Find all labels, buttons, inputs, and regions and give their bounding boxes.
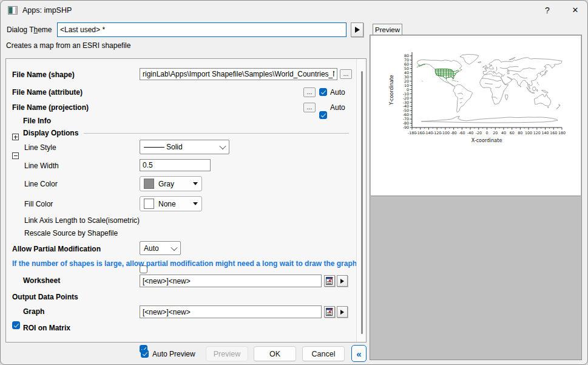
x-tick-label: 100 [525, 131, 532, 135]
graph-select-button[interactable] [324, 306, 335, 318]
line-style-value: Solid [166, 143, 183, 151]
x-tick-label: 120 [533, 131, 541, 135]
file-attribute-auto-checkbox[interactable] [319, 88, 327, 96]
color-swatch [144, 199, 154, 209]
fill-color-label: Fill Color [24, 200, 53, 208]
expand-icon[interactable] [12, 134, 19, 140]
country-outline [532, 87, 536, 91]
line-width-input[interactable] [140, 159, 211, 171]
x-tick-label: 180 [558, 131, 566, 135]
country-outline [538, 84, 539, 85]
help-button[interactable]: ? [538, 3, 557, 18]
highlighted-region-outline [417, 67, 417, 67]
y-tick-label: 50 [404, 66, 409, 70]
x-tick-label: -100 [441, 131, 450, 135]
country-outline [460, 102, 462, 103]
x-tick-label: 0 [485, 131, 488, 135]
country-outline [459, 98, 462, 98]
x-axis-title: X-coordinate [471, 138, 502, 143]
display-options-header: Display Options [23, 129, 78, 137]
country-outline [496, 67, 497, 71]
collapse-panel-button[interactable]: « [351, 345, 367, 362]
y-tick-label: 40 [404, 70, 409, 75]
ok-button[interactable]: OK [254, 346, 296, 361]
y-tick-label: -80 [403, 121, 409, 125]
partial-modification-label: Allow Partial Modification [12, 245, 101, 253]
x-tick-label: -80 [450, 131, 456, 135]
preview-panel: X-coordinate Y-coordinate 80706050403020… [370, 35, 582, 360]
rescale-label: Rescale Source by Shapefile [24, 229, 118, 237]
line-width-label: Line Width [24, 162, 59, 170]
graph-flyout-button[interactable] [337, 306, 348, 318]
line-color-label: Line Color [24, 180, 58, 188]
x-tick-label: 140 [542, 131, 549, 135]
dropdown-arrow-icon [193, 182, 198, 185]
dialog-theme-input[interactable] [57, 22, 346, 37]
country-outline [485, 65, 488, 69]
country-outline [559, 104, 560, 106]
country-outline [492, 97, 498, 99]
close-button[interactable]: ✕ [566, 3, 585, 18]
tab-preview[interactable]: Preview [373, 24, 402, 35]
file-shape-browse-button[interactable]: ... [340, 69, 352, 79]
partial-modification-hint: If the number of shapes is large, allow … [12, 259, 357, 268]
output-data-points-label: Output Data Points [12, 293, 78, 301]
country-outline [482, 78, 493, 80]
preview-page: X-coordinate Y-coordinate 80706050403020… [371, 36, 581, 196]
file-attribute-browse-button[interactable]: ... [303, 87, 316, 97]
country-outline [536, 89, 538, 91]
line-color-value: Gray [158, 180, 174, 188]
file-projection-auto-checkbox[interactable] [319, 111, 327, 119]
country-outline [541, 90, 548, 94]
worksheet-flyout-button[interactable] [337, 275, 348, 287]
graph-input[interactable] [140, 305, 322, 318]
theme-flyout-button[interactable] [351, 22, 363, 37]
chevron-down-icon [219, 143, 226, 149]
link-axis-label: Link Axis Length to Scale(isometric) [24, 216, 140, 225]
line-style-label: Line Style [24, 143, 56, 152]
x-tick-label: 160 [550, 131, 557, 135]
fill-color-dropdown[interactable]: None [140, 196, 202, 211]
line-sample-icon [144, 147, 164, 148]
country-outline [520, 86, 521, 87]
file-shape-label: File Name (shape) [12, 70, 75, 79]
cancel-button[interactable]: Cancel [302, 346, 345, 361]
country-outline [537, 82, 538, 84]
auto-preview-label: Auto Preview [152, 350, 195, 358]
x-tick-label: 40 [501, 131, 506, 135]
preview-button[interactable]: Preview [206, 346, 248, 361]
worksheet-input[interactable] [140, 275, 322, 287]
country-outline [507, 68, 535, 72]
right-arrow-icon [355, 27, 360, 33]
x-tick-label: -180 [408, 131, 416, 135]
country-outline [500, 66, 519, 68]
country-outline [556, 107, 559, 109]
country-outline [495, 86, 501, 87]
worksheet-icon [326, 308, 334, 316]
file-projection-label: File Name (projection) [12, 103, 89, 112]
country-outline [452, 80, 456, 81]
file-projection-auto-label: Auto [330, 103, 345, 112]
file-attribute-auto-label: Auto [330, 88, 345, 97]
title-bar: Apps: impSHP ? ✕ [1, 1, 588, 20]
line-color-dropdown[interactable]: Gray [140, 176, 202, 191]
line-style-dropdown[interactable]: Solid [140, 140, 229, 154]
partial-modification-dropdown[interactable]: Auto [140, 241, 181, 255]
dialog-description: Creates a map from an ESRI shapefile [6, 41, 130, 50]
worksheet-label: Worksheet [23, 276, 60, 285]
worksheet-select-button[interactable] [324, 275, 335, 287]
dialog-theme-label: Dialog Theme [7, 26, 52, 34]
worksheet-checkbox[interactable] [12, 321, 20, 329]
collapse-icon[interactable] [12, 152, 19, 159]
file-projection-browse-button[interactable]: ... [303, 103, 316, 112]
x-tick-label: 60 [510, 131, 515, 135]
country-outline [513, 74, 527, 78]
auto-preview-checkbox[interactable] [141, 350, 149, 358]
file-shape-input[interactable] [140, 68, 337, 80]
file-info-header: File Info [23, 117, 51, 125]
chevron-down-icon [171, 244, 177, 250]
highlighted-region-outline [422, 81, 422, 81]
scrollbar-thumb[interactable] [361, 71, 363, 334]
country-outline [453, 84, 473, 112]
country-outline [547, 107, 549, 108]
